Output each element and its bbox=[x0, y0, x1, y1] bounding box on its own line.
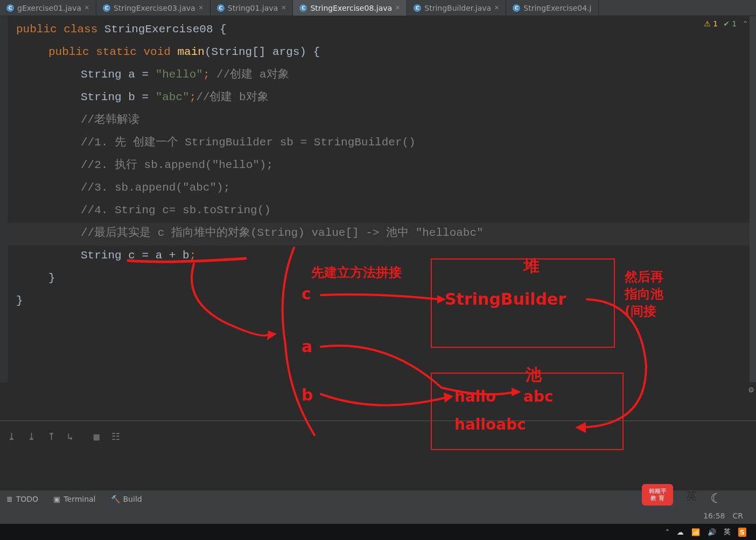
tab-label: gExercise01.java bbox=[17, 4, 81, 12]
close-icon[interactable]: ✕ bbox=[395, 4, 400, 11]
editor-tabs: C gExercise01.java ✕ C StringExercise03.… bbox=[0, 0, 756, 16]
cloud-icon[interactable]: ☁ bbox=[677, 528, 684, 536]
hammer-icon: 🔨 bbox=[111, 495, 120, 503]
close-icon[interactable]: ✕ bbox=[199, 4, 204, 11]
step-over-icon[interactable]: ↳ bbox=[67, 431, 73, 443]
table-icon[interactable]: ▦ bbox=[94, 431, 100, 443]
label-a: a bbox=[302, 337, 312, 356]
java-icon: C bbox=[103, 4, 110, 12]
code-line: } bbox=[16, 267, 756, 290]
status-sep: CR bbox=[732, 511, 743, 520]
pool-box bbox=[431, 373, 624, 450]
code-line: //2. 执行 sb.append("hello"); bbox=[16, 154, 756, 177]
java-icon: C bbox=[6, 4, 14, 12]
code-editor[interactable]: public class StringExercise08 { public s… bbox=[0, 16, 756, 312]
label-b: b bbox=[302, 385, 313, 404]
terminal-icon: ▣ bbox=[53, 495, 60, 503]
java-icon: C bbox=[513, 4, 520, 12]
tab-exercise01[interactable]: C gExercise01.java ✕ bbox=[0, 0, 96, 16]
code-line: //4. String c= sb.toString() bbox=[16, 199, 756, 222]
terminal-tab[interactable]: ▣ Terminal bbox=[53, 495, 95, 503]
chevron-up-icon[interactable]: ˄ bbox=[666, 528, 669, 536]
build-tab[interactable]: 🔨 Build bbox=[111, 495, 142, 503]
svg-marker-0 bbox=[267, 331, 277, 340]
close-icon[interactable]: ✕ bbox=[85, 4, 89, 11]
close-icon[interactable]: ✕ bbox=[494, 4, 499, 11]
tab-label: StringExercise04.j bbox=[523, 4, 591, 12]
code-line: public static void main(String[] args) { bbox=[16, 41, 756, 64]
code-line: String b = "abc";//创建 b对象 bbox=[16, 86, 756, 109]
gear-icon[interactable]: ⚙ bbox=[748, 384, 754, 395]
code-line: public class StringExercise08 { bbox=[16, 18, 756, 41]
close-icon[interactable]: ✕ bbox=[281, 4, 286, 11]
list-icon: ≣ bbox=[6, 495, 13, 503]
tab-stringbuilder[interactable]: C StringBuilder.java ✕ bbox=[407, 0, 506, 16]
status-time: 16:58 bbox=[703, 511, 725, 520]
heap-box bbox=[431, 258, 615, 348]
speaker-icon[interactable]: 🔊 bbox=[708, 528, 716, 536]
tab-exercise08[interactable]: C StringExercise08.java ✕ bbox=[293, 0, 407, 16]
tab-label: String01.java bbox=[228, 4, 278, 12]
tool-output-area: ⤓ ⤓ ⤒ ↳ ▦ ☷ bbox=[0, 420, 756, 490]
code-line: String a = "hello"; //创建 a对象 bbox=[16, 64, 756, 86]
code-line: } bbox=[16, 290, 756, 312]
brand-badge: 韩顺平 教 育 bbox=[642, 484, 673, 506]
grid-icon[interactable]: ☷ bbox=[111, 431, 120, 443]
upload-icon[interactable]: ⤒ bbox=[47, 431, 55, 443]
status-bar: 16:58 CR bbox=[0, 508, 756, 524]
code-line: //1. 先 创建一个 StringBuilder sb = StringBui… bbox=[16, 131, 756, 154]
code-line: //3. sb.append("abc"); bbox=[16, 177, 756, 199]
wifi-icon[interactable]: 📶 bbox=[691, 528, 700, 536]
download-icon-2[interactable]: ⤓ bbox=[27, 431, 36, 443]
java-icon: C bbox=[414, 4, 421, 12]
todo-tab[interactable]: ≣ TODO bbox=[6, 495, 38, 503]
code-line: //老韩解读 bbox=[16, 109, 756, 131]
moon-icon[interactable]: ☾ bbox=[711, 491, 718, 507]
tab-label: StringBuilder.java bbox=[424, 4, 491, 12]
tab-exercise04[interactable]: C StringExercise04.j bbox=[506, 0, 598, 16]
tab-label: StringExercise03.java bbox=[114, 4, 195, 12]
ime-indicator[interactable]: 英 bbox=[686, 489, 697, 503]
code-line: String c = a + b; bbox=[16, 244, 756, 267]
tab-string01[interactable]: C String01.java ✕ bbox=[211, 0, 293, 16]
java-icon: C bbox=[217, 4, 225, 12]
tab-label: StringExercise08.java bbox=[310, 4, 392, 12]
java-icon: C bbox=[299, 4, 307, 12]
code-line: //最后其实是 c 指向堆中的对象(String) value[] -> 池中 … bbox=[16, 222, 756, 244]
taskbar-lang[interactable]: 英 bbox=[724, 527, 731, 537]
sogou-icon[interactable]: S bbox=[738, 528, 746, 537]
os-taskbar: ˄ ☁ 📶 🔊 英 S bbox=[0, 524, 756, 540]
tab-exercise03[interactable]: C StringExercise03.java ✕ bbox=[96, 0, 211, 16]
download-icon[interactable]: ⤓ bbox=[8, 431, 16, 443]
